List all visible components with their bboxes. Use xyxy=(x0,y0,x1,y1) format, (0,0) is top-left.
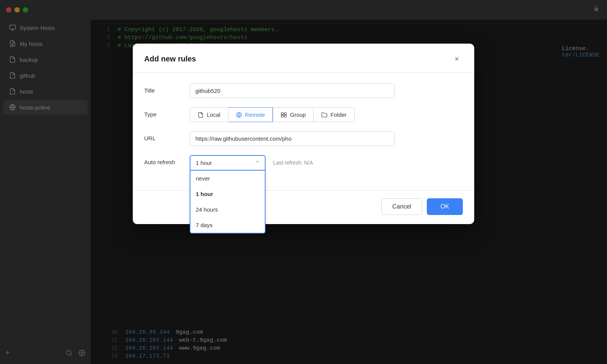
type-remote-label: Remote xyxy=(245,111,265,118)
ok-button[interactable]: OK xyxy=(427,198,463,215)
type-folder-button[interactable]: Folder xyxy=(314,107,355,122)
last-refresh-text: Last refresh: N/A xyxy=(273,155,313,166)
layers-icon xyxy=(281,112,287,118)
type-field-wrapper: Local Remote xyxy=(190,107,463,122)
svg-rect-6 xyxy=(281,113,283,115)
url-input[interactable] xyxy=(190,131,395,146)
auto-refresh-dropdown[interactable]: 1 hour ⌃ xyxy=(190,155,266,171)
url-label: URL xyxy=(144,131,190,141)
svg-rect-8 xyxy=(281,115,283,117)
type-local-button[interactable]: Local xyxy=(190,107,228,122)
folder-icon xyxy=(321,112,327,118)
dialog-body: Title Type Local xyxy=(133,73,474,190)
dialog-header: Add new rules × xyxy=(133,44,474,73)
dropdown-menu: never 1 hour 24 hours 7 days xyxy=(190,171,266,234)
svg-rect-7 xyxy=(285,113,286,115)
dropdown-item-never[interactable]: never xyxy=(190,171,265,186)
dropdown-selected-value: 1 hour xyxy=(196,160,212,166)
title-input[interactable] xyxy=(190,83,395,98)
dialog-footer: Cancel OK xyxy=(133,190,474,224)
dropdown-item-7days[interactable]: 7 days xyxy=(190,217,265,233)
dropdown-item-1hour[interactable]: 1 hour xyxy=(190,186,265,202)
auto-refresh-row: 1 hour ⌃ never 1 hour 24 hours 7 days La… xyxy=(190,155,463,171)
type-buttons: Local Remote xyxy=(190,107,463,122)
title-field-wrapper xyxy=(190,83,463,98)
dialog-close-button[interactable]: × xyxy=(451,53,463,65)
modal-overlay: Add new rules × Title Type xyxy=(0,0,607,364)
auto-refresh-wrapper: 1 hour ⌃ never 1 hour 24 hours 7 days La… xyxy=(190,155,463,171)
url-field-wrapper xyxy=(190,131,463,146)
type-folder-label: Folder xyxy=(330,111,347,118)
chevron-up-icon: ⌃ xyxy=(255,160,259,166)
form-row-auto-refresh: Auto refresh 1 hour ⌃ never 1 hour 24 ho… xyxy=(144,155,463,171)
type-remote-button[interactable]: Remote xyxy=(228,107,273,122)
form-row-type: Type Local xyxy=(144,107,463,122)
type-group-button[interactable]: Group xyxy=(273,107,314,122)
cancel-button[interactable]: Cancel xyxy=(381,198,422,215)
form-row-url: URL xyxy=(144,131,463,146)
form-row-title: Title xyxy=(144,83,463,98)
dropdown-wrapper: 1 hour ⌃ never 1 hour 24 hours 7 days xyxy=(190,155,266,171)
dialog-title: Add new rules xyxy=(144,55,196,63)
type-label: Type xyxy=(144,107,190,118)
svg-rect-9 xyxy=(285,115,286,117)
globe-icon xyxy=(236,112,242,118)
file-icon xyxy=(198,112,204,118)
type-local-label: Local xyxy=(207,111,220,118)
title-label: Title xyxy=(144,83,190,94)
dialog: Add new rules × Title Type xyxy=(133,44,474,224)
auto-refresh-label: Auto refresh xyxy=(144,155,190,165)
dropdown-item-24hours[interactable]: 24 hours xyxy=(190,202,265,217)
type-group-label: Group xyxy=(290,111,306,118)
